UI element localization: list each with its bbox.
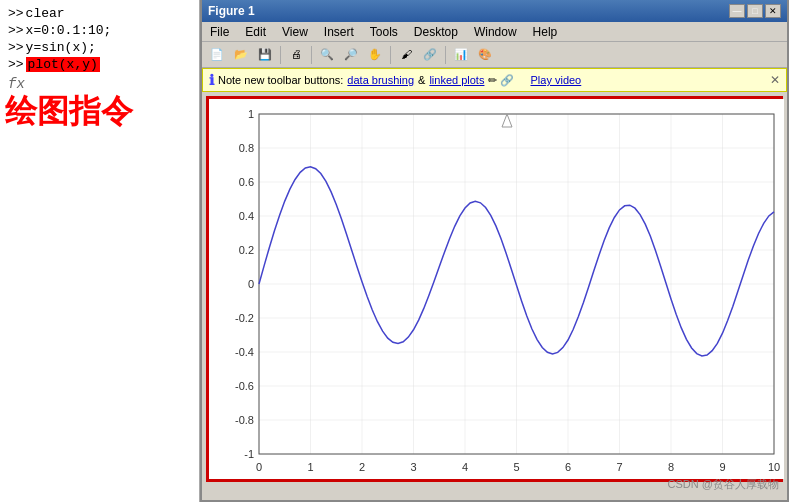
toolbar-insert-colorbar[interactable]: 🎨 [474, 45, 496, 65]
xlabel-2: 2 [359, 461, 365, 473]
ylabel-06: 0.6 [239, 176, 254, 188]
menu-edit[interactable]: Edit [241, 25, 270, 39]
toolbar-pan[interactable]: ✋ [364, 45, 386, 65]
toolbar-sep-1 [280, 46, 281, 64]
menu-tools[interactable]: Tools [366, 25, 402, 39]
info-text: Note new toolbar buttons: [218, 74, 343, 86]
xlabel-6: 6 [565, 461, 571, 473]
menu-window[interactable]: Window [470, 25, 521, 39]
cmd-text-1: clear [26, 6, 65, 21]
info-icons: ✏ 🔗 [488, 74, 514, 87]
menu-insert[interactable]: Insert [320, 25, 358, 39]
plot-svg: 0 1 2 3 4 5 6 7 8 9 10 1 0.8 0.6 [209, 99, 784, 479]
info-bar: ℹ Note new toolbar buttons: data brushin… [202, 68, 787, 92]
toolbar-open[interactable]: 📂 [230, 45, 252, 65]
toolbar-brush[interactable]: 🖌 [395, 45, 417, 65]
xlabel-9: 9 [719, 461, 725, 473]
close-button[interactable]: ✕ [765, 4, 781, 18]
xlabel-1: 1 [307, 461, 313, 473]
annotation-label: 绘图指令 [5, 90, 133, 134]
toolbar-zoom-in[interactable]: 🔍 [316, 45, 338, 65]
xlabel-5: 5 [513, 461, 519, 473]
ylabel-08: 0.8 [239, 142, 254, 154]
info-ampersand: & [418, 74, 425, 86]
data-brushing-link[interactable]: data brushing [347, 74, 414, 86]
ylabel-m02: -0.2 [235, 312, 254, 324]
command-window: >> clear >> x=0:0.1:10; >> y=sin(x); >> … [0, 0, 200, 502]
toolbar: 📄 📂 💾 🖨 🔍 🔎 ✋ 🖌 🔗 📊 🎨 [202, 42, 787, 68]
toolbar-zoom-out[interactable]: 🔎 [340, 45, 362, 65]
menu-desktop[interactable]: Desktop [410, 25, 462, 39]
toolbar-new[interactable]: 📄 [206, 45, 228, 65]
toolbar-sep-3 [390, 46, 391, 64]
ylabel-m04: -0.4 [235, 346, 254, 358]
figure-title: Figure 1 [208, 4, 255, 18]
xlabel-7: 7 [616, 461, 622, 473]
cmd-line-2: >> x=0:0.1:10; [8, 23, 191, 38]
plot-container: 0 1 2 3 4 5 6 7 8 9 10 1 0.8 0.6 [202, 92, 787, 486]
cmd-line-3: >> y=sin(x); [8, 40, 191, 55]
menu-file[interactable]: File [206, 25, 233, 39]
cmd-text-2: x=0:0.1:10; [26, 23, 112, 38]
cmd-text-plot: plot(x,y) [26, 57, 100, 72]
cmd-text-3: y=sin(x); [26, 40, 96, 55]
prompt-2: >> [8, 23, 24, 38]
toolbar-insert-legend[interactable]: 📊 [450, 45, 472, 65]
ylabel-04: 0.4 [239, 210, 254, 222]
info-icon: ℹ [209, 72, 214, 88]
ylabel-1: 1 [248, 108, 254, 120]
toolbar-link[interactable]: 🔗 [419, 45, 441, 65]
xlabel-0: 0 [256, 461, 262, 473]
plot-border: 0 1 2 3 4 5 6 7 8 9 10 1 0.8 0.6 [206, 96, 783, 482]
minimize-button[interactable]: — [729, 4, 745, 18]
ylabel-02: 0.2 [239, 244, 254, 256]
toolbar-sep-2 [311, 46, 312, 64]
prompt-1: >> [8, 6, 24, 21]
titlebar-buttons: — □ ✕ [729, 4, 781, 18]
figure-window: Figure 1 — □ ✕ File Edit View Insert Too… [200, 0, 789, 502]
menu-view[interactable]: View [278, 25, 312, 39]
prompt-4: >> [8, 57, 24, 72]
svg-rect-0 [209, 99, 784, 479]
linked-plots-link[interactable]: linked plots [429, 74, 484, 86]
info-close-button[interactable]: ✕ [770, 73, 780, 87]
ylabel-m08: -0.8 [235, 414, 254, 426]
ylabel-0: 0 [248, 278, 254, 290]
ylabel-m1: -1 [244, 448, 254, 460]
xlabel-3: 3 [410, 461, 416, 473]
menu-help[interactable]: Help [529, 25, 562, 39]
prompt-3: >> [8, 40, 24, 55]
watermark: CSDN @贫谷人厚载物 [668, 477, 779, 492]
maximize-button[interactable]: □ [747, 4, 763, 18]
cmd-line-4: >> plot(x,y) [8, 57, 191, 72]
toolbar-save[interactable]: 💾 [254, 45, 276, 65]
toolbar-print[interactable]: 🖨 [285, 45, 307, 65]
xlabel-8: 8 [668, 461, 674, 473]
toolbar-sep-4 [445, 46, 446, 64]
xlabel-4: 4 [462, 461, 468, 473]
menu-bar: File Edit View Insert Tools Desktop Wind… [202, 22, 787, 42]
figure-titlebar: Figure 1 — □ ✕ [202, 0, 787, 22]
ylabel-m06: -0.6 [235, 380, 254, 392]
play-video-link[interactable]: Play video [530, 74, 581, 86]
cmd-line-1: >> clear [8, 6, 191, 21]
xlabel-10: 10 [768, 461, 780, 473]
